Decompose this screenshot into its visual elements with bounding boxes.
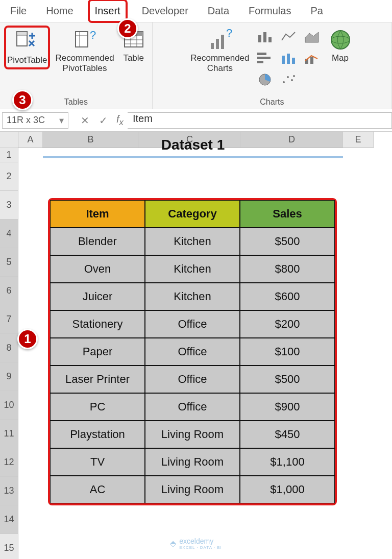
charts-group-label: Charts [260, 98, 284, 107]
cell-item[interactable]: Stationery [50, 310, 145, 338]
col-header[interactable]: E [343, 132, 374, 148]
cell-sales[interactable]: $900 [240, 393, 335, 421]
cell-item[interactable]: Playstation [50, 421, 145, 448]
cell-item[interactable]: AC [50, 476, 145, 503]
col-header[interactable]: A [18, 132, 43, 148]
cell-sales[interactable]: $100 [240, 338, 335, 366]
dropdown-icon[interactable]: ▾ [59, 115, 64, 126]
svg-rect-12 [211, 43, 214, 49]
enter-icon[interactable]: ✓ [94, 114, 112, 127]
tab-data[interactable]: Data [203, 1, 234, 21]
data-table-selection[interactable]: Item Category Sales BlenderKitchen$500Ov… [48, 198, 337, 505]
cell-item[interactable]: TV [50, 448, 145, 476]
svg-rect-13 [216, 39, 219, 49]
cell-category[interactable]: Office [145, 338, 240, 366]
table-row[interactable]: StationeryOffice$200 [50, 310, 335, 338]
svg-rect-16 [258, 35, 261, 42]
cancel-icon[interactable]: ✕ [76, 114, 94, 127]
table-row[interactable]: BlenderKitchen$500 [50, 228, 335, 255]
row-header[interactable]: 14 [0, 505, 18, 534]
chart-pie-icon[interactable] [255, 70, 275, 89]
table-row[interactable]: ACLiving Room$1,000 [50, 476, 335, 503]
table-row[interactable]: PCOffice$900 [50, 393, 335, 421]
svg-marker-19 [305, 32, 318, 42]
name-box[interactable]: 11R x 3C ▾ [2, 112, 68, 129]
cell-item[interactable]: Oven [50, 255, 145, 283]
tab-more[interactable]: Pa [305, 1, 328, 21]
tab-insert[interactable]: Insert [88, 0, 128, 23]
cell-item[interactable]: Laser Printer [50, 366, 145, 393]
svg-rect-14 [221, 35, 224, 49]
formula-input[interactable]: Item [128, 112, 392, 129]
row-header[interactable]: 9 [0, 362, 18, 391]
row-header[interactable]: 2 [0, 162, 18, 191]
header-sales[interactable]: Sales [240, 200, 335, 228]
fx-icon[interactable]: fx [116, 113, 124, 128]
header-item[interactable]: Item [50, 200, 145, 228]
maps-button[interactable]: Map [326, 26, 355, 65]
header-category[interactable]: Category [145, 200, 240, 228]
table-row[interactable]: JuicerKitchen$600 [50, 283, 335, 310]
tab-developer[interactable]: Developer [137, 1, 193, 21]
row-header[interactable]: 7 [0, 305, 18, 334]
annotation-2: 2 [117, 18, 138, 39]
table-row[interactable]: TVLiving Room$1,100 [50, 448, 335, 476]
table-row[interactable]: Laser PrinterOffice$500 [50, 366, 335, 393]
row-header[interactable]: 15 [0, 534, 18, 559]
cell-sales[interactable]: $1,000 [240, 476, 335, 503]
tab-home[interactable]: Home [41, 1, 78, 21]
row-header[interactable]: 13 [0, 477, 18, 505]
cell-sales[interactable]: $1,100 [240, 448, 335, 476]
cell-item[interactable]: Paper [50, 338, 145, 366]
chart-line-icon[interactable] [278, 28, 299, 46]
tab-file[interactable]: File [5, 1, 32, 21]
cell-category[interactable]: Kitchen [145, 228, 240, 255]
pivottable-button[interactable]: PivotTable [4, 26, 50, 69]
grid-content[interactable]: A B C D E Dataset 1 Item Category Sales … [18, 132, 374, 559]
svg-rect-1 [17, 32, 27, 35]
row-header[interactable]: 8 [0, 334, 18, 362]
chart-bar-icon[interactable] [255, 49, 275, 67]
tab-formulas[interactable]: Formulas [243, 1, 296, 21]
row-header[interactable]: 3 [0, 191, 18, 220]
cell-category[interactable]: Living Room [145, 421, 240, 448]
cell-category[interactable]: Office [145, 366, 240, 393]
cell-sales[interactable]: $800 [240, 255, 335, 283]
table-row[interactable]: OvenKitchen$800 [50, 255, 335, 283]
table-row[interactable]: PlaystationLiving Room$450 [50, 421, 335, 448]
cell-sales[interactable]: $450 [240, 421, 335, 448]
cell-category[interactable]: Kitchen [145, 255, 240, 283]
cell-item[interactable]: Blender [50, 228, 145, 255]
row-header[interactable]: 1 [0, 148, 18, 162]
table-row[interactable]: PaperOffice$100 [50, 338, 335, 366]
select-all-corner[interactable] [0, 132, 18, 148]
cell-category[interactable]: Kitchen [145, 283, 240, 310]
row-header[interactable]: 10 [0, 391, 18, 420]
chart-column-icon[interactable] [255, 28, 275, 46]
cell-sales[interactable]: $500 [240, 366, 335, 393]
cell-category[interactable]: Office [145, 393, 240, 421]
row-header[interactable]: 12 [0, 448, 18, 477]
row-header[interactable]: 11 [0, 420, 18, 448]
cell-sales[interactable]: $500 [240, 228, 335, 255]
cell-category[interactable]: Office [145, 310, 240, 338]
cell-item[interactable]: PC [50, 393, 145, 421]
chart-scatter-icon[interactable] [278, 70, 299, 89]
cell-sales[interactable]: $600 [240, 283, 335, 310]
title-underline [43, 156, 343, 158]
row-header[interactable]: 6 [0, 277, 18, 305]
dataset-title-wrap: Dataset 1 [43, 137, 343, 158]
cell-category[interactable]: Living Room [145, 448, 240, 476]
cell-sales[interactable]: $200 [240, 310, 335, 338]
recommended-charts-label: Recommended Charts [190, 53, 249, 74]
cell-category[interactable]: Living Room [145, 476, 240, 503]
row-header[interactable]: 4 [0, 220, 18, 248]
chart-stat-icon[interactable] [278, 49, 299, 67]
recommended-charts-button[interactable]: ? Recommended Charts [189, 26, 250, 76]
row-header[interactable]: 5 [0, 248, 18, 277]
chart-area-icon[interactable] [302, 28, 322, 46]
chart-combo-icon[interactable] [302, 49, 322, 67]
chart-more-icon[interactable] [302, 70, 322, 89]
cell-item[interactable]: Juicer [50, 283, 145, 310]
recommended-pivottables-button[interactable]: ? Recommended PivotTables [54, 26, 115, 76]
